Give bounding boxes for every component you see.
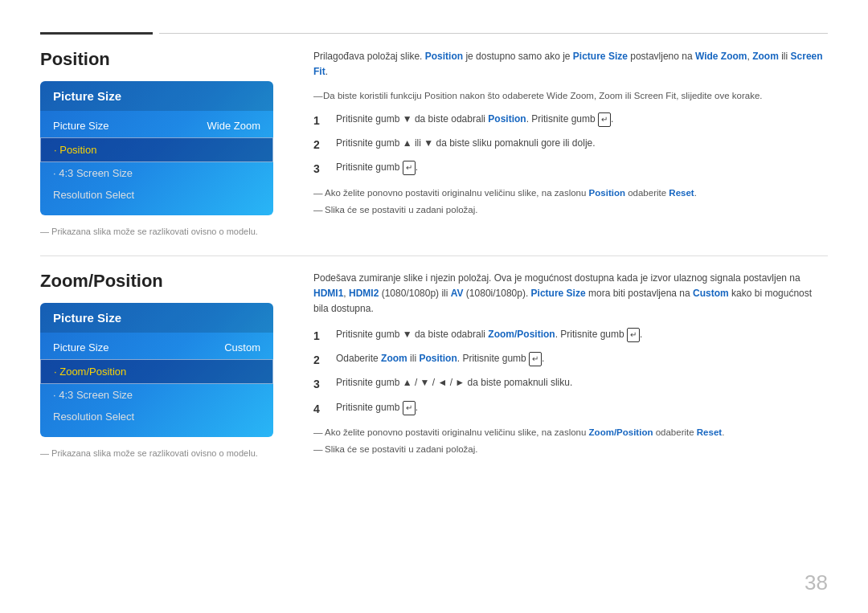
position-intro-note: Da biste koristili funkciju Position nak…: [313, 89, 828, 103]
mid-rule: [40, 255, 828, 256]
top-rule: [40, 32, 828, 35]
zoom-widget-body: Picture Size Custom · Zoom/Position · 4:…: [40, 333, 273, 437]
zoom-widget-highlighted[interactable]: · Zoom/Position: [40, 359, 273, 384]
position-step2-text: Pritisnite gumb ▲ ili ▼ da biste sliku p…: [336, 136, 596, 151]
position-step1-icon: ↵: [598, 112, 611, 127]
position-right-col: Prilagođava položaj slike. Position je d…: [313, 49, 828, 236]
zoom-intro-bold3: AV: [451, 288, 464, 299]
zoom-step-3: 3 Pritisnite gumb ▲ / ▼ / ◄ / ► da biste…: [313, 375, 828, 393]
zoom-intro: Podešava zumiranje slike i njezin položa…: [313, 271, 828, 317]
zoom-step1-num: 1: [313, 327, 331, 345]
position-widget-highlighted[interactable]: · Position: [40, 137, 273, 162]
position-step1-text: Pritisnite gumb ▼ da biste odabrali Posi…: [336, 112, 613, 127]
zoom-note1-bold1: Zoom/Position: [589, 427, 653, 437]
position-section: Position Picture Size Picture Size Wide …: [40, 49, 828, 236]
zoom-note1: Ako želite ponovno postaviti originalnu …: [313, 426, 828, 439]
zoom-widget-sub1: · 4:3 Screen Size: [40, 384, 273, 406]
position-step3-icon: ↵: [403, 161, 416, 175]
zoom-step2-icon: ↵: [529, 352, 542, 366]
zoom-intro-bold4: Picture Size: [531, 288, 586, 299]
position-note-bold2: Wide Zoom: [547, 91, 594, 100]
position-step-3: 3 Pritisnite gumb ↵.: [313, 160, 828, 178]
position-step3-text: Pritisnite gumb ↵.: [336, 160, 418, 175]
zoom-widget-header: Picture Size: [40, 303, 273, 333]
position-steps: 1 Pritisnite gumb ▼ da biste odabrali Po…: [313, 112, 828, 178]
position-step-2: 2 Pritisnite gumb ▲ ili ▼ da biste sliku…: [313, 136, 828, 153]
zoom-step-4: 4 Pritisnite gumb ↵.: [313, 400, 828, 418]
zoom-intro-bold1: HDMI1: [313, 288, 343, 299]
zoom-note1-bold2: Reset: [697, 427, 722, 437]
zoom-step1-bold: Zoom/Position: [488, 329, 555, 340]
position-widget-highlighted-label: · Position: [54, 144, 96, 156]
zoom-widget: Picture Size Picture Size Custom · Zoom/…: [40, 303, 273, 437]
position-intro-bold4: Zoom: [752, 51, 779, 62]
zoom-step3-text: Pritisnite gumb ▲ / ▼ / ◄ / ► da biste p…: [336, 375, 572, 390]
zoom-right-col: Podešava zumiranje slike i njezin položa…: [313, 271, 828, 460]
page-number: 38: [805, 570, 828, 595]
zoom-step-1: 1 Pritisnite gumb ▼ da biste odabrali Zo…: [313, 327, 828, 345]
position-left-col: Position Picture Size Picture Size Wide …: [40, 49, 289, 236]
position-intro-bold1: Position: [425, 51, 463, 62]
zoom-position-section: Zoom/Position Picture Size Picture Size …: [40, 271, 828, 460]
position-widget-row1: Picture Size Wide Zoom: [40, 114, 273, 137]
zoom-step4-num: 4: [313, 400, 331, 418]
position-widget-sub2: Resolution Select: [40, 184, 273, 206]
zoom-step2-bold1: Zoom: [381, 353, 407, 364]
position-note-bold1: Position: [424, 91, 457, 100]
top-rule-light: [159, 33, 828, 34]
zoom-step1-icon: ↵: [627, 328, 640, 342]
position-footnote: ― Prikazana slika može se razlikovati ov…: [40, 227, 289, 236]
position-note-bold4: Screen Fit: [634, 91, 676, 100]
zoom-step1-text: Pritisnite gumb ▼ da biste odabrali Zoom…: [336, 327, 642, 342]
position-note1-bold2: Reset: [669, 188, 694, 198]
zoom-notes: Ako želite ponovno postaviti originalnu …: [313, 426, 828, 457]
position-step2-num: 2: [313, 136, 331, 153]
position-title: Position: [40, 49, 289, 70]
zoom-step-2: 2 Odaberite Zoom ili Position. Pritisnit…: [313, 351, 828, 369]
position-note2: Slika će se postaviti u zadani položaj.: [313, 203, 828, 217]
zoom-left-col: Zoom/Position Picture Size Picture Size …: [40, 271, 289, 460]
zoom-title: Zoom/Position: [40, 271, 289, 292]
zoom-widget-row1: Picture Size Custom: [40, 336, 273, 359]
position-notes: Ako želite ponovno postaviti originalnu …: [313, 186, 828, 218]
top-rule-dark: [40, 32, 153, 35]
position-step3-num: 3: [313, 160, 331, 178]
zoom-step4-text: Pritisnite gumb ↵.: [336, 400, 418, 415]
zoom-step2-bold2: Position: [419, 353, 457, 364]
position-step1-num: 1: [313, 112, 331, 129]
page: Position Picture Size Picture Size Wide …: [0, 0, 868, 613]
position-widget-sub1: · 4:3 Screen Size: [40, 162, 273, 184]
zoom-widget-row1-value: Custom: [224, 341, 260, 353]
zoom-step2-num: 2: [313, 351, 331, 369]
position-widget-row1-label: Picture Size: [53, 120, 108, 132]
position-step-1: 1 Pritisnite gumb ▼ da biste odabrali Po…: [313, 112, 828, 129]
position-note1: Ako želite ponovno postaviti originalnu …: [313, 186, 828, 200]
position-note1-bold1: Position: [589, 188, 625, 198]
position-widget: Picture Size Picture Size Wide Zoom · Po…: [40, 81, 273, 215]
zoom-widget-row1-label: Picture Size: [53, 341, 108, 353]
zoom-widget-highlighted-label: · Zoom/Position: [54, 366, 126, 378]
position-widget-body: Picture Size Wide Zoom · Position · 4:3 …: [40, 111, 273, 215]
position-note-bold3: Zoom: [599, 91, 622, 100]
position-widget-row1-value: Wide Zoom: [207, 120, 260, 132]
position-intro-bold2: Picture Size: [573, 51, 628, 62]
zoom-footnote: ― Prikazana slika može se razlikovati ov…: [40, 448, 289, 458]
zoom-widget-sub2: Resolution Select: [40, 406, 273, 427]
position-intro-bold3: Wide Zoom: [695, 51, 747, 62]
zoom-steps: 1 Pritisnite gumb ▼ da biste odabrali Zo…: [313, 327, 828, 419]
zoom-intro-bold2: HDMI2: [349, 288, 379, 299]
zoom-step3-num: 3: [313, 375, 331, 393]
position-intro: Prilagođava položaj slike. Position je d…: [313, 49, 828, 80]
zoom-step2-text: Odaberite Zoom ili Position. Pritisnite …: [336, 351, 544, 366]
position-widget-header: Picture Size: [40, 81, 273, 111]
zoom-intro-bold5: Custom: [693, 288, 729, 299]
position-step1-bold: Position: [488, 113, 526, 125]
zoom-note2: Slika će se postaviti u zadani položaj.: [313, 443, 828, 456]
zoom-step4-icon: ↵: [403, 401, 416, 415]
